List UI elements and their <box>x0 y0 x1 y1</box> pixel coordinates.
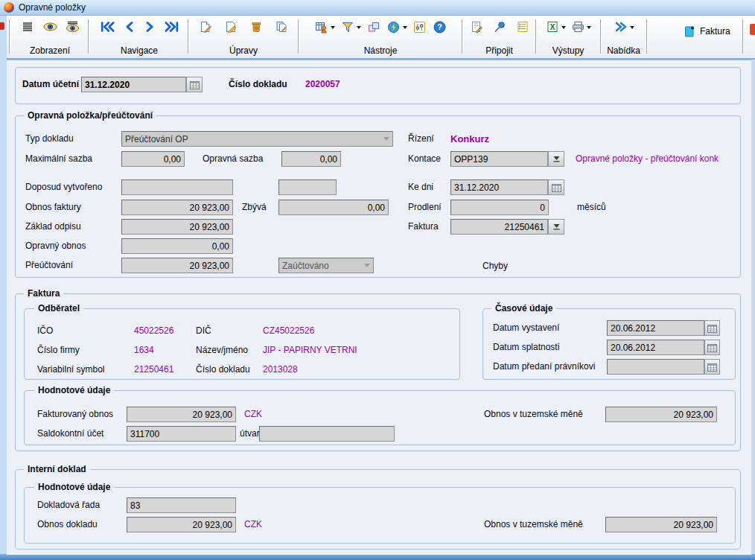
next-record-icon[interactable] <box>143 20 158 34</box>
copy-record-icon[interactable] <box>274 20 289 34</box>
mena-value: CZK <box>244 517 262 532</box>
calendar-button[interactable] <box>548 179 564 195</box>
merge-windows-icon[interactable] <box>366 20 381 34</box>
saldokontni-ucet-input[interactable] <box>127 426 236 442</box>
ke-dni-label: Ke dni <box>408 179 433 195</box>
dropdown-caret-icon[interactable] <box>561 26 566 31</box>
datum-ucetni-input[interactable] <box>81 77 186 92</box>
var-symbol-label: Variabilní symbol <box>37 362 104 378</box>
menu-chevrons-icon[interactable] <box>614 20 628 34</box>
previous-record-icon[interactable] <box>121 20 136 34</box>
odberatel-title: Odběratel <box>34 303 83 314</box>
datum-vystaveni-input[interactable] <box>607 320 704 336</box>
preuctovani-label: Přeúčtování <box>25 258 73 273</box>
dokladova-rada-input[interactable] <box>127 497 236 513</box>
toolbar-separator <box>188 19 188 54</box>
cislo-firmy-label: Číslo firmy <box>37 343 80 358</box>
kontace-label: Kontace <box>408 151 441 167</box>
opravny-obnos-input[interactable] <box>121 238 233 254</box>
fakturovany-obnos-input[interactable] <box>127 407 236 422</box>
eye-icon[interactable] <box>42 20 57 34</box>
kontace-lookup-button[interactable] <box>548 151 564 167</box>
kontace-input[interactable] <box>450 151 548 167</box>
actions-icon[interactable] <box>386 20 401 34</box>
pin-icon[interactable] <box>492 20 507 34</box>
note-icon[interactable] <box>469 20 484 34</box>
ke-dni-input[interactable] <box>450 179 548 195</box>
ico-value: 45022526 <box>134 323 173 339</box>
calendar-button[interactable] <box>704 320 720 336</box>
doposud-vytvoreno-input[interactable] <box>121 179 233 195</box>
preferences-icon[interactable] <box>412 20 427 34</box>
checklist-icon[interactable] <box>515 20 530 34</box>
bottom-window-edge <box>0 554 755 560</box>
dropdown-caret-icon[interactable] <box>357 26 361 31</box>
obnos-tuzemska-input[interactable] <box>605 407 717 422</box>
opravna-sazba-input[interactable] <box>281 151 341 167</box>
dropdown-caret-icon[interactable] <box>587 26 591 31</box>
chyby-label: Chyby <box>482 258 508 274</box>
nazev-value: JIP - PAPIRNY VETRNI <box>263 343 357 358</box>
help-icon[interactable]: ? <box>433 20 447 34</box>
obnos-tuzemska-label: Obnos v tuzemské měně <box>484 407 583 422</box>
cislo-dokladu-value: 2020057 <box>305 77 340 92</box>
new-record-icon[interactable] <box>198 20 213 34</box>
obnos-faktury-label: Obnos faktury <box>25 200 81 215</box>
svg-text:X: X <box>550 23 555 31</box>
zbyva-input[interactable] <box>278 200 389 215</box>
toolbar-separator <box>535 19 536 54</box>
datum-predani-input[interactable] <box>607 359 704 375</box>
prodleni-input[interactable] <box>450 200 549 215</box>
calendar-button[interactable] <box>186 77 203 92</box>
obnos-dokladu-label: Obnos dokladu <box>37 517 98 532</box>
first-record-icon[interactable] <box>100 20 115 34</box>
typ-dokladu-select[interactable]: Přeúčtování OP <box>121 131 393 147</box>
zbyva-label: Zbývá <box>242 200 267 215</box>
faktura-button[interactable]: Faktura <box>679 23 733 39</box>
prodleni-suffix: měsíců <box>577 200 606 215</box>
faktura-ref-input[interactable] <box>450 219 548 235</box>
opravny-obnos-label: Opravný obnos <box>25 238 86 254</box>
list-view-icon[interactable] <box>20 20 35 34</box>
preuctovani-input[interactable] <box>121 258 233 273</box>
doposud-vytvoreno-input-2[interactable] <box>278 179 337 195</box>
toolbar-separator <box>462 19 462 54</box>
toolbar-group-nabidka: Nabídka <box>602 18 645 57</box>
kontace-description: Opravné položky - přeúčtování konk <box>576 151 745 167</box>
faktura-lookup-button[interactable] <box>548 219 564 235</box>
maximalni-sazba-label: Maximální sazba <box>25 151 92 167</box>
delete-record-icon[interactable] <box>249 20 264 34</box>
app-window: Opravné položky Zobrazení Navigace <box>0 0 755 560</box>
zaklad-odpisu-label: Základ odpisu <box>25 219 81 235</box>
toolbar-group-pripojit: Připojit <box>465 18 534 57</box>
calendar-button[interactable] <box>704 359 720 375</box>
edit-record-icon[interactable] <box>223 20 238 34</box>
obnos-dokladu-input[interactable] <box>127 517 236 532</box>
chevron-down-icon <box>364 264 370 270</box>
zaklad-odpisu-input[interactable] <box>121 219 233 235</box>
filter-icon[interactable] <box>340 20 355 34</box>
toolbar-group-label: Navigace <box>121 45 158 57</box>
typ-dokladu-label: Typ dokladu <box>25 131 74 147</box>
table-settings-icon[interactable] <box>314 20 329 34</box>
maximalni-sazba-input[interactable] <box>121 151 185 167</box>
calendar-button[interactable] <box>704 340 720 355</box>
toolbar-group-label: Připojit <box>485 45 513 57</box>
dropdown-caret-icon[interactable] <box>403 26 407 31</box>
excel-export-icon[interactable]: X <box>545 20 560 34</box>
stav-select[interactable]: Zaúčtováno <box>278 258 374 273</box>
last-record-icon[interactable] <box>165 20 179 34</box>
interni-tuzemska-input[interactable] <box>605 517 717 532</box>
datum-splatnosti-input[interactable] <box>607 340 704 355</box>
eye-list-icon[interactable] <box>65 20 80 34</box>
datum-vystaveni-label: Datum vystavení <box>493 320 559 336</box>
print-icon[interactable] <box>570 20 585 34</box>
partial-background-icon <box>0 22 4 30</box>
toolbar-group-label: Nabídka <box>607 45 640 57</box>
obnos-faktury-input[interactable] <box>121 200 233 215</box>
cislo-firmy-value: 1634 <box>134 343 154 358</box>
dropdown-caret-icon[interactable] <box>630 26 634 31</box>
dropdown-caret-icon[interactable] <box>331 26 335 31</box>
svg-text:?: ? <box>437 22 442 31</box>
utvar-input[interactable] <box>259 426 395 442</box>
